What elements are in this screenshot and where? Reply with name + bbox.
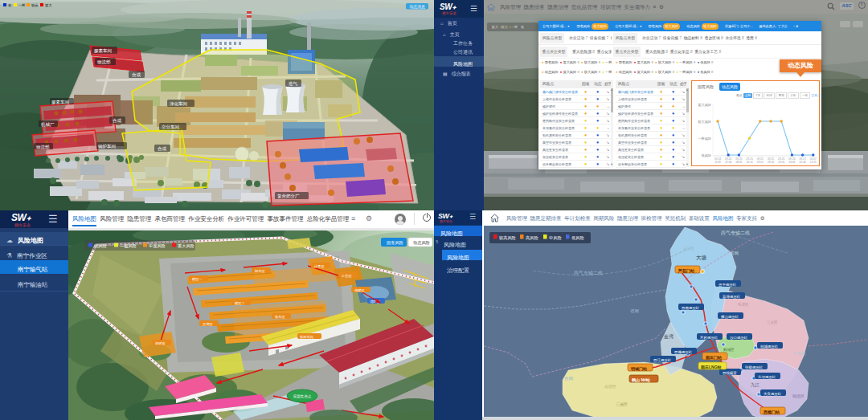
svg-text:高风险: 高风险 <box>526 235 538 240</box>
svg-text:桂城调压站: 桂城调压站 <box>760 345 779 349</box>
svg-text:省网: 省网 <box>629 308 639 313</box>
svg-text:鹤山 N#站: 鹤山 N#站 <box>631 377 650 383</box>
svg-text:三水区: 三水区 <box>767 320 778 324</box>
svg-text:西江调压站: 西江调压站 <box>653 358 672 362</box>
svg-text:沙口调压站: 沙口调压站 <box>730 336 748 340</box>
svg-text:合成: 合成 <box>113 118 122 124</box>
svg-text:较大风险: 较大风险 <box>698 120 712 124</box>
svg-text:新塘调压站: 新塘调压站 <box>723 295 741 299</box>
svg-text:南庄门站: 南庄门站 <box>705 355 722 361</box>
svg-text:12:25: 12:25 <box>810 161 817 164</box>
svg-text:毛泽区: 毛泽区 <box>737 302 749 307</box>
svg-text:鹤城区: 鹤城区 <box>723 347 735 352</box>
svg-text:北滘调压站: 北滘调压站 <box>758 375 776 379</box>
svg-text:压缩区: 压缩区 <box>203 322 213 326</box>
svg-text:西气东输二线: 西气东输二线 <box>574 270 603 276</box>
svg-text:02:46: 02:46 <box>800 161 806 164</box>
svg-text:净化车间: 净化车间 <box>170 101 187 107</box>
svg-text:动态消息: 动态消息 <box>410 5 425 9</box>
svg-text:张槎调压站: 张槎调压站 <box>745 365 764 369</box>
svg-text:金湾: 金湾 <box>663 333 674 340</box>
svg-text:恩平调压站: 恩平调压站 <box>718 283 737 287</box>
svg-text:锅炉车间: 锅炉车间 <box>97 144 116 149</box>
svg-text:11:09: 11:09 <box>714 161 721 164</box>
svg-text:21:46: 21:46 <box>725 161 731 164</box>
svg-text:重大风险: 重大风险 <box>698 103 712 107</box>
svg-text:顺德区: 顺德区 <box>792 393 805 399</box>
svg-text:值班室: 值班室 <box>155 341 166 345</box>
svg-text:明城门站: 明城门站 <box>631 366 647 372</box>
svg-text:高明区: 高明区 <box>604 384 616 389</box>
svg-text:罐区一: 罐区一 <box>192 277 203 281</box>
svg-text:低风险: 低风险 <box>571 235 584 240</box>
svg-text:一般风险: 一般风险 <box>698 137 712 141</box>
svg-text:云乐区: 云乐区 <box>683 246 694 251</box>
svg-text:08:26: 08:26 <box>735 161 742 164</box>
svg-text:23:03: 23:03 <box>768 161 774 164</box>
svg-text:较高风险: 较高风险 <box>499 235 516 240</box>
svg-text:大耳町: 大耳町 <box>792 351 806 356</box>
svg-text:西南调压站: 西南调压站 <box>682 306 700 310</box>
svg-text:中度风险: 中度风险 <box>149 243 166 249</box>
svg-text:西樵门站: 西樵门站 <box>763 410 780 415</box>
svg-text:重大风险: 重大风险 <box>178 243 194 248</box>
svg-text:固有风险: 固有风险 <box>387 240 403 245</box>
svg-text:装车区: 装车区 <box>275 315 285 319</box>
svg-text:较高: 较高 <box>31 3 38 7</box>
svg-text:西气专输二线: 西气专输二线 <box>721 230 750 236</box>
svg-text:物流部: 物流部 <box>97 59 111 65</box>
svg-text:造气: 造气 <box>289 81 298 86</box>
svg-text:应急集合点: 应急集合点 <box>293 394 312 398</box>
svg-text:卸车区: 卸车区 <box>255 269 265 273</box>
svg-text:合成: 合成 <box>158 146 167 152</box>
svg-text:大塘: 大塘 <box>696 255 707 261</box>
svg-text:中风险: 中风险 <box>549 235 562 240</box>
svg-text:工艺区: 工艺区 <box>341 274 352 278</box>
svg-text:一般: 一般 <box>18 3 26 7</box>
svg-text:大良调压站: 大良调压站 <box>764 392 782 396</box>
svg-text:动态风险: 动态风险 <box>413 240 430 245</box>
svg-text:23:01: 23:01 <box>757 161 764 164</box>
svg-text:16:14: 16:14 <box>747 161 753 164</box>
svg-text:罐区二: 罐区二 <box>235 301 245 305</box>
svg-text:省网: 省网 <box>729 251 739 255</box>
svg-text:重大: 重大 <box>45 3 52 7</box>
svg-text:机械厂: 机械厂 <box>41 122 55 128</box>
svg-text:低风险: 低风险 <box>701 153 711 157</box>
svg-text:物流部: 物流部 <box>36 145 50 150</box>
svg-text:合网: 合网 <box>564 376 573 381</box>
svg-text:芦苞门站: 芦苞门站 <box>678 268 694 274</box>
svg-text:九江: 九江 <box>751 382 760 388</box>
svg-text:16:06: 16:06 <box>788 161 795 164</box>
svg-text:三洲区: 三洲区 <box>616 402 628 407</box>
svg-text:23:05: 23:05 <box>778 161 784 164</box>
svg-text:一般风险: 一般风险 <box>120 243 137 249</box>
svg-text:空分车间: 空分车间 <box>162 124 179 130</box>
svg-text:西樵调压站: 西樵调压站 <box>674 350 693 354</box>
svg-text:脲素车间: 脲素车间 <box>51 100 69 105</box>
svg-text:复合肥分厂: 复合肥分厂 <box>277 194 300 199</box>
svg-text:储罐区: 储罐区 <box>354 288 365 292</box>
svg-text:狮山调压站: 狮山调压站 <box>721 315 739 319</box>
svg-text:低风险: 低风险 <box>94 243 107 248</box>
svg-text:合成: 合成 <box>132 72 141 78</box>
svg-text:计量区: 计量区 <box>314 264 325 268</box>
svg-text:脲素车间: 脲素车间 <box>94 48 112 54</box>
svg-text:南庄LNG站: 南庄LNG站 <box>700 365 722 370</box>
